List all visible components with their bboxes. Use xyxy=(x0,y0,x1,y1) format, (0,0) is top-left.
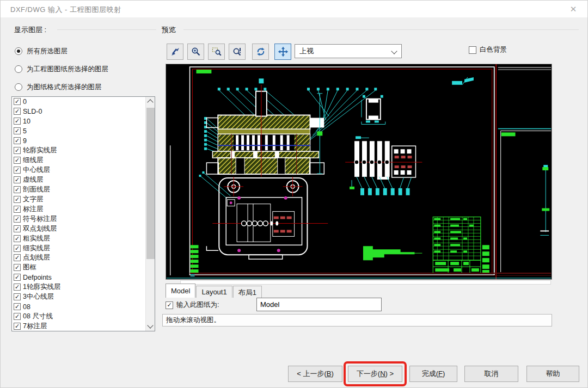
checked-checkbox-icon[interactable]: ✓ xyxy=(14,167,21,174)
scrollbar-thumb[interactable] xyxy=(146,108,155,259)
checked-checkbox-icon[interactable]: ✓ xyxy=(14,206,21,213)
layer-list-item[interactable]: ✓ 9 xyxy=(12,136,155,146)
layer-name: 文字层 xyxy=(23,195,44,204)
layer-list-item[interactable]: ✓ 剖面线层 xyxy=(12,184,155,194)
sheet-tab[interactable]: Layout1 xyxy=(196,286,232,298)
layer-list-item[interactable]: ✓ 粗实线层 xyxy=(12,233,155,243)
view-orientation-value: 上视 xyxy=(299,46,314,56)
layer-name: 轮廓实线层 xyxy=(23,146,57,155)
layer-list-item[interactable]: ✓ 10 xyxy=(12,116,155,126)
white-background-label: 白色背景 xyxy=(480,45,507,54)
checked-checkbox-icon[interactable]: ✓ xyxy=(14,157,21,164)
layer-name: 9 xyxy=(23,137,27,145)
back-button[interactable]: < 上一步(B) xyxy=(288,366,342,382)
layer-list-item[interactable]: ✓ 0 xyxy=(12,97,155,107)
radio-icon xyxy=(15,47,22,55)
radio-label: 所有所选图层 xyxy=(27,47,68,56)
layer-name: 5 xyxy=(23,127,27,135)
preview-group-label: 预览 xyxy=(162,25,179,35)
layer-list-item[interactable]: ✓ SLD-0 xyxy=(12,107,155,116)
layer-list-item[interactable]: ✓ 轮廓实线层 xyxy=(12,146,155,156)
checked-checkbox-icon[interactable]: ✓ xyxy=(14,293,21,300)
sheet-tab[interactable]: Model xyxy=(166,284,195,298)
preview-canvas[interactable] xyxy=(166,64,552,280)
checked-checkbox-icon[interactable]: ✓ xyxy=(14,137,21,144)
sheet-name-input[interactable] xyxy=(256,298,382,311)
layer-list-item[interactable]: ✓ 5 xyxy=(12,126,155,136)
checked-checkbox-icon[interactable]: ✓ xyxy=(14,303,21,310)
checked-checkbox-icon[interactable]: ✓ xyxy=(14,235,21,242)
sheet-tab-label: Model xyxy=(171,287,190,295)
layer-list-item[interactable]: ✓ 点划线层 xyxy=(12,253,155,263)
layer-list-item[interactable]: ✓ 图框 xyxy=(12,263,155,273)
select-tool-button[interactable] xyxy=(167,44,183,60)
checked-checkbox-icon[interactable]: ✓ xyxy=(14,264,21,271)
checked-checkbox-icon[interactable]: ✓ xyxy=(14,186,21,193)
help-button[interactable]: 帮助 xyxy=(526,366,579,382)
view-orientation-dropdown[interactable]: 上视 xyxy=(295,44,402,58)
close-icon[interactable]: ✕ xyxy=(567,3,580,15)
layer-name: 剖面线层 xyxy=(23,185,50,194)
white-background-row[interactable]: 白色背景 xyxy=(469,45,507,54)
layer-list-item[interactable]: ✓ 中心线层 xyxy=(12,165,155,175)
scroll-up-icon[interactable] xyxy=(146,97,155,106)
layer-list-item[interactable]: ✓ 细线层 xyxy=(12,156,155,165)
checked-checkbox-icon[interactable]: ✓ xyxy=(14,118,21,125)
dxf-dwg-import-dialog: DXF/DWG 输入 - 工程图图层映射 ✕ 显示图层 : 所有所选图层 为工程… xyxy=(0,0,588,388)
layer-list-item[interactable]: ✓ Defpoints xyxy=(12,273,155,282)
checked-checkbox-icon[interactable]: ✓ xyxy=(14,254,21,261)
sheet-tabs: Model Layout1 布局1 xyxy=(166,284,262,298)
layer-list-item[interactable]: ✓ 标注层 xyxy=(12,204,155,214)
checked-checkbox-icon[interactable]: ✓ xyxy=(14,215,21,223)
layer-list-item[interactable]: ✓ 虚线层 xyxy=(12,175,155,185)
sheet-tab[interactable]: 布局1 xyxy=(233,286,262,298)
layer-name: 08 尺寸线 xyxy=(23,312,53,321)
checked-checkbox-icon[interactable]: ✓ xyxy=(14,225,21,232)
checked-checkbox-icon[interactable]: ✓ xyxy=(14,245,21,252)
pan-icon xyxy=(278,46,289,57)
finish-button[interactable]: 完成(F) xyxy=(409,366,457,382)
cancel-button[interactable]: 取消 xyxy=(464,366,518,382)
checked-checkbox-icon[interactable]: ✓ xyxy=(14,196,21,203)
zoom-fit-tool-button[interactable] xyxy=(229,44,246,60)
layer-list-item[interactable]: ✓ 双点划线层 xyxy=(12,224,155,233)
zoom-area-icon xyxy=(211,46,222,57)
checked-checkbox-icon[interactable]: ✓ xyxy=(14,176,21,183)
checked-checkbox-icon[interactable]: ✓ xyxy=(14,127,21,134)
checked-checkbox-icon[interactable]: ✓ xyxy=(14,147,21,154)
display-layers-radio[interactable]: 为工程图图纸所选择的图层 xyxy=(15,64,108,74)
display-layers-radio[interactable]: 为图纸格式所选择的图层 xyxy=(15,82,102,92)
cad-drawing xyxy=(166,64,552,279)
white-background-checkbox[interactable] xyxy=(469,46,476,54)
layer-list-item[interactable]: ✓ 7标注层 xyxy=(12,322,155,331)
scroll-down-icon[interactable] xyxy=(146,322,155,331)
display-layers-radio[interactable]: 所有所选图层 xyxy=(15,46,68,56)
checked-checkbox-icon[interactable]: ✓ xyxy=(14,313,21,320)
checked-checkbox-icon[interactable]: ✓ xyxy=(14,274,21,281)
select-pointer-icon xyxy=(170,46,181,57)
refresh-tool-button[interactable] xyxy=(252,44,269,60)
layer-list-item[interactable]: ✓ 08 尺寸线 xyxy=(12,312,155,322)
display-layers-group-label: 显示图层 : xyxy=(14,25,50,35)
checked-checkbox-icon[interactable]: ✓ xyxy=(14,284,21,291)
layer-list-item[interactable]: ✓ 细实线层 xyxy=(12,243,155,253)
layer-list-item[interactable]: ✓ 符号标注层 xyxy=(12,214,155,224)
layer-name: 粗实线层 xyxy=(23,234,50,243)
layer-name: 点划线层 xyxy=(23,253,50,262)
zoom-area-tool-button[interactable] xyxy=(208,44,225,60)
checked-checkbox-icon[interactable]: ✓ xyxy=(14,323,21,330)
checked-checkbox-icon[interactable]: ✓ xyxy=(14,98,21,105)
layer-list-item[interactable]: ✓ 文字层 xyxy=(12,194,155,204)
pan-tool-button[interactable] xyxy=(274,44,291,60)
layer-list-item[interactable]: ✓ 08 xyxy=(12,302,155,312)
sheet-tab-label: 布局1 xyxy=(238,288,256,297)
layer-list[interactable]: ✓ 0 ✓ SLD-0 ✓ 10 ✓ 5 ✓ 9 ✓ 轮廓实线层 ✓ 细线层 xyxy=(11,96,155,331)
checked-checkbox-icon[interactable]: ✓ xyxy=(14,108,21,115)
layer-name: 08 xyxy=(23,303,30,311)
layer-name: 图框 xyxy=(23,263,36,272)
layer-list-item[interactable]: ✓ 3中心线层 xyxy=(12,292,155,302)
zoom-tool-button[interactable] xyxy=(187,44,204,60)
import-sheet-checkbox[interactable]: ✓ xyxy=(166,301,173,309)
layer-list-item[interactable]: ✓ 1轮廓实线层 xyxy=(12,282,155,292)
layer-list-scrollbar[interactable] xyxy=(145,97,155,331)
